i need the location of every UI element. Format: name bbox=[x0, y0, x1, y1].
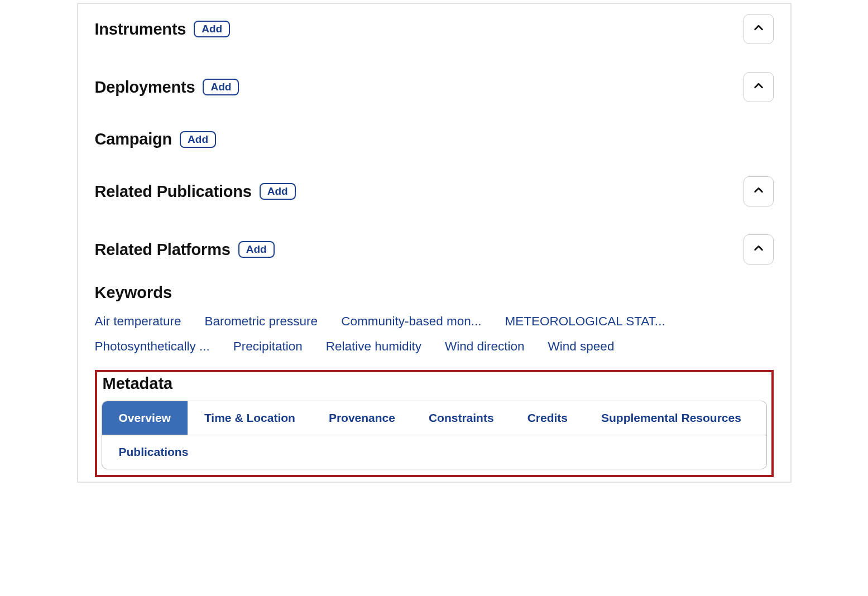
section-title-instruments: Instruments bbox=[95, 20, 186, 39]
section-header-left: Campaign Add bbox=[95, 130, 217, 148]
section-keywords: Keywords Air temperature Barometric pres… bbox=[95, 283, 774, 357]
tab-credits[interactable]: Credits bbox=[511, 401, 584, 435]
tab-row-1: Overview Time & Location Provenance Cons… bbox=[102, 401, 766, 435]
section-header-left: Related Platforms Add bbox=[95, 241, 275, 259]
keyword-link[interactable]: Precipitation bbox=[233, 337, 303, 357]
section-title-related-platforms: Related Platforms bbox=[95, 241, 231, 259]
chevron-up-icon bbox=[752, 184, 765, 199]
tab-row-2: Publications bbox=[102, 435, 766, 469]
chevron-up-icon bbox=[752, 22, 765, 36]
section-title-deployments: Deployments bbox=[95, 78, 195, 97]
add-button-related-publications[interactable]: Add bbox=[260, 183, 296, 200]
add-button-related-platforms[interactable]: Add bbox=[238, 241, 275, 258]
section-related-publications: Related Publications Add bbox=[95, 176, 774, 206]
tab-publications[interactable]: Publications bbox=[102, 435, 205, 469]
keyword-link[interactable]: METEOROLOGICAL STAT... bbox=[505, 312, 665, 331]
section-campaign: Campaign Add bbox=[95, 130, 774, 148]
metadata-tabs: Overview Time & Location Provenance Cons… bbox=[102, 401, 767, 469]
tab-constraints[interactable]: Constraints bbox=[412, 401, 511, 435]
section-header-left: Related Publications Add bbox=[95, 182, 296, 201]
collapse-button-related-publications[interactable] bbox=[744, 176, 774, 206]
collapse-button-deployments[interactable] bbox=[744, 72, 774, 102]
keyword-link[interactable]: Community-based mon... bbox=[341, 312, 481, 331]
keyword-link[interactable]: Photosynthetically ... bbox=[95, 337, 210, 357]
keyword-link[interactable]: Wind speed bbox=[548, 337, 615, 357]
add-button-campaign[interactable]: Add bbox=[180, 131, 216, 148]
tab-provenance[interactable]: Provenance bbox=[312, 401, 412, 435]
section-instruments: Instruments Add bbox=[95, 14, 774, 44]
tab-supplemental-resources[interactable]: Supplemental Resources bbox=[584, 401, 758, 435]
collapse-button-instruments[interactable] bbox=[744, 14, 774, 44]
chevron-up-icon bbox=[752, 80, 765, 94]
tab-overview[interactable]: Overview bbox=[102, 401, 188, 435]
section-title-metadata: Metadata bbox=[103, 374, 767, 393]
section-deployments: Deployments Add bbox=[95, 72, 774, 102]
section-related-platforms: Related Platforms Add bbox=[95, 234, 774, 265]
keyword-link[interactable]: Barometric pressure bbox=[205, 312, 318, 331]
add-button-deployments[interactable]: Add bbox=[203, 79, 239, 95]
keyword-link[interactable]: Wind direction bbox=[445, 337, 525, 357]
section-title-campaign: Campaign bbox=[95, 130, 172, 148]
section-title-related-publications: Related Publications bbox=[95, 182, 252, 201]
chevron-up-icon bbox=[752, 242, 765, 257]
collapse-button-related-platforms[interactable] bbox=[744, 234, 774, 265]
keyword-link[interactable]: Relative humidity bbox=[326, 337, 421, 357]
add-button-instruments[interactable]: Add bbox=[194, 21, 230, 37]
metadata-highlight-box: Metadata Overview Time & Location Proven… bbox=[95, 370, 774, 477]
keywords-list: Air temperature Barometric pressure Comm… bbox=[95, 312, 774, 357]
section-header-left: Instruments Add bbox=[95, 20, 231, 39]
content-panel: Instruments Add Deployments Add Campaign… bbox=[77, 3, 792, 483]
tab-time-location[interactable]: Time & Location bbox=[188, 401, 312, 435]
keyword-link[interactable]: Air temperature bbox=[95, 312, 181, 331]
section-header-left: Deployments Add bbox=[95, 78, 239, 97]
section-title-keywords: Keywords bbox=[95, 283, 774, 302]
